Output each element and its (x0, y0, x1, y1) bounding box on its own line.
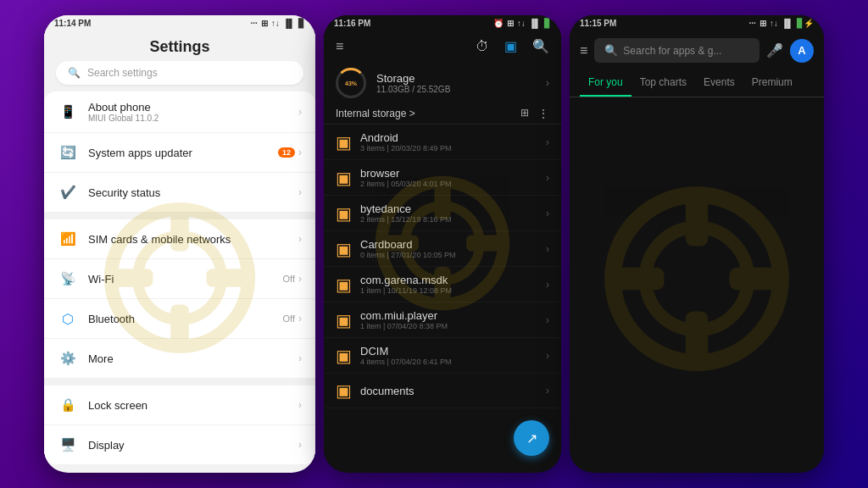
search-placeholder: Search settings (87, 67, 158, 79)
settings-item-display[interactable]: 🖥️ Display › (44, 425, 315, 464)
fm-toolbar-right: ⏱ ▣ 🔍 (476, 38, 549, 54)
folder-chevron: › (546, 350, 549, 362)
settings-title: Settings (44, 31, 315, 61)
search-icon[interactable]: 🔍 (532, 38, 549, 54)
status-time-2: 11:16 PM (334, 19, 370, 28)
phone-playstore: 11:15 PM ··· ⊞ ↑↓ ▐▌ ▊⚡ ≡ 🔍 Search for a… (570, 15, 824, 473)
ps-header: ≡ 🔍 Search for apps & g... 🎤 A (570, 31, 824, 69)
folder-list-container: ▣ Android 3 items | 20/03/20 8:49 PM › ▣… (324, 125, 561, 408)
storage-circle: 43% (336, 68, 366, 98)
more-icon: ⚙️ (58, 348, 78, 369)
folder-item-android[interactable]: ▣ Android 3 items | 20/03/20 8:49 PM › (324, 125, 561, 160)
update-badge: 12 (278, 147, 295, 158)
about-phone-sub: MIUI Global 11.0.2 (88, 114, 288, 123)
folder-chevron: › (546, 314, 549, 326)
settings-item-security[interactable]: ✔️ Security status › (44, 173, 315, 213)
bluetooth-icon: ⬡ (58, 308, 78, 329)
storage-size: 11.03GB / 25.52GB (376, 85, 536, 94)
chevron-icon: › (298, 352, 302, 364)
fm-storage-bar[interactable]: 43% Storage 11.03GB / 25.52GB › (324, 61, 561, 103)
folder-chevron: › (546, 279, 549, 291)
storage-name: Storage (376, 72, 536, 85)
mic-icon[interactable]: 🎤 (766, 42, 783, 58)
sim-icon: 📶 (58, 229, 78, 249)
tab-top-charts[interactable]: Top charts (632, 69, 695, 97)
wifi-label: Wi-Fi (88, 273, 273, 286)
chevron-icon: › (298, 313, 302, 324)
chevron-icon: › (298, 106, 302, 118)
status-bar-3: 11:15 PM ··· ⊞ ↑↓ ▐▌ ▊⚡ (570, 15, 824, 31)
folder-item-garena[interactable]: ▣ com.garena.msdk 1 item | 10/11/19 12:0… (324, 267, 561, 302)
hamburger-icon[interactable]: ≡ (336, 39, 343, 54)
folder-item-bytedance[interactable]: ▣ bytedance 2 items | 13/12/19 8:16 PM › (324, 196, 561, 231)
status-time-3: 11:15 PM (580, 19, 616, 28)
about-phone-label: About phone (88, 101, 288, 114)
tab-events[interactable]: Events (695, 69, 743, 97)
wifi-value: Off (283, 274, 295, 284)
folder-garena-icon: ▣ (336, 274, 352, 295)
folder-chevron: › (546, 385, 549, 396)
folder-item-documents[interactable]: ▣ documents › (324, 374, 561, 408)
more-options-icon[interactable]: ⋮ (537, 107, 549, 120)
settings-search-bar[interactable]: 🔍 Search settings (56, 61, 303, 85)
status-bar-1: 11:14 PM ··· ⊞ ↑↓ ▐▌ ▊ (44, 15, 315, 31)
fm-fab-button[interactable]: ↗ (514, 420, 549, 456)
settings-item-system-apps[interactable]: 🔄 System apps updater 12 › (44, 133, 315, 173)
status-icons-1: ··· ⊞ ↑↓ ▐▌ ▊ (250, 19, 305, 28)
folder-chevron: › (546, 136, 549, 148)
grid-icon[interactable]: ⊞ (520, 107, 529, 120)
folder-dcim-icon: ▣ (336, 346, 352, 366)
ps-search-bar[interactable]: 🔍 Search for apps & g... (594, 38, 760, 63)
folder-item-cardboard[interactable]: ▣ Cardboard 0 items | 27/01/20 10:05 PM … (324, 231, 561, 267)
settings-item-lock-screen[interactable]: 🔒 Lock screen › (44, 385, 315, 425)
hamburger-icon-ps[interactable]: ≡ (580, 43, 587, 58)
ow-watermark-3 (604, 186, 790, 372)
lock-screen-label: Lock screen (88, 399, 288, 412)
separator (44, 379, 315, 385)
about-phone-icon: 📱 (58, 102, 78, 122)
bluetooth-label: Bluetooth (88, 313, 273, 325)
tab-premium[interactable]: Premium (743, 69, 801, 97)
folder-miuiplayer-icon: ▣ (336, 310, 352, 330)
svg-rect-14 (686, 195, 708, 247)
folder-icon[interactable]: ▣ (504, 38, 517, 54)
folder-item-miuiplayer[interactable]: ▣ com.miui.player 1 item | 07/04/20 8:38… (324, 302, 561, 338)
fm-path-bar: Internal storage > ⊞ ⋮ (324, 103, 561, 125)
chevron-icon: › (298, 186, 302, 198)
svg-rect-17 (730, 268, 782, 290)
system-apps-icon: 🔄 (58, 142, 78, 163)
sim-label: SIM cards & mobile networks (88, 233, 288, 246)
folder-android-icon: ▣ (336, 132, 352, 152)
settings-item-more[interactable]: ⚙️ More › (44, 339, 315, 379)
settings-item-bluetooth[interactable]: ⬡ Bluetooth Off › (44, 299, 315, 339)
status-icons-2: ⏰ ⊞ ↑↓ ▐▌ ▊ (493, 19, 551, 28)
tab-for-you[interactable]: For you (580, 69, 632, 97)
status-time-1: 11:14 PM (54, 19, 91, 28)
ps-tabs: For you Top charts Events Premium (570, 69, 824, 97)
display-icon: 🖥️ (58, 435, 78, 455)
chevron-icon: › (298, 439, 302, 451)
settings-item-sim[interactable]: 📶 SIM cards & mobile networks › (44, 219, 315, 259)
phone-settings: 11:14 PM ··· ⊞ ↑↓ ▐▌ ▊ Settings 🔍 Search… (44, 15, 315, 473)
bluetooth-value: Off (283, 313, 295, 324)
ps-search-placeholder: Search for apps & g... (623, 45, 749, 57)
settings-item-wifi[interactable]: 📡 Wi-Fi Off › (44, 259, 315, 299)
folder-cardboard-icon: ▣ (336, 239, 352, 259)
folder-item-browser[interactable]: ▣ browser 2 items | 05/03/20 4:01 PM › (324, 160, 561, 196)
more-label: More (88, 352, 288, 365)
chevron-icon: › (298, 147, 302, 158)
folder-chevron: › (546, 208, 549, 219)
display-label: Display (88, 439, 288, 452)
fm-path-label[interactable]: Internal storage > (336, 108, 415, 119)
folder-bytedance-icon: ▣ (336, 203, 352, 224)
folder-item-dcim[interactable]: ▣ DCIM 4 items | 07/04/20 6:41 PM › (324, 338, 561, 374)
system-apps-label: System apps updater (88, 147, 268, 159)
security-icon: ✔️ (58, 182, 78, 202)
search-icon: 🔍 (68, 67, 81, 79)
history-icon[interactable]: ⏱ (476, 39, 489, 54)
wifi-icon: 📡 (58, 269, 78, 289)
share-icon: ↗ (526, 430, 537, 446)
ps-user-avatar[interactable]: A (790, 39, 814, 63)
ps-content-area (570, 97, 824, 460)
settings-item-about-phone[interactable]: 📱 About phone MIUI Global 11.0.2 › (44, 92, 315, 133)
